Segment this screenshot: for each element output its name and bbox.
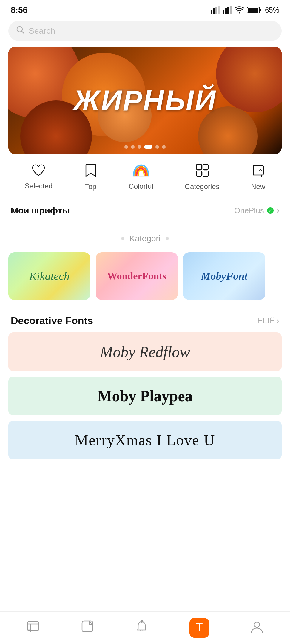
dot-2	[131, 145, 135, 149]
tab-categories[interactable]: Categories	[185, 163, 220, 191]
heart-icon	[31, 164, 46, 179]
search-bar[interactable]: Search	[8, 21, 282, 41]
profile-icon	[250, 620, 263, 636]
svg-rect-16	[196, 171, 202, 176]
font-t-icon: T	[189, 618, 209, 638]
my-fonts-right: OnePlus ✓ ›	[234, 206, 279, 215]
nav-tabs: Selected Top	[3, 154, 287, 197]
font-redflow-text: Moby Redflow	[100, 343, 190, 361]
tab-new[interactable]: New	[251, 163, 265, 191]
bottom-nav: T	[0, 611, 290, 644]
category-card-wonderfonts[interactable]: WonderFonts	[96, 252, 178, 300]
category-card-kikatech[interactable]: Kikatech	[8, 252, 90, 300]
category-card-mobyfont[interactable]: MobyFont	[183, 252, 265, 300]
dot-1	[124, 145, 128, 149]
kategori-dot-2	[166, 237, 169, 240]
bottom-nav-home[interactable]	[21, 617, 46, 639]
bell-icon	[135, 620, 148, 636]
chevron-more-icon: ›	[277, 316, 279, 325]
oneplus-label: OnePlus	[234, 206, 264, 215]
decorative-fonts-more[interactable]: ЕЩЁ ›	[257, 316, 279, 325]
svg-rect-5	[225, 8, 227, 14]
search-placeholder: Search	[29, 26, 55, 36]
kikatech-label: Kikatech	[29, 270, 70, 283]
kategori-line-right	[174, 239, 228, 239]
font-item-merrychristmas[interactable]: MerryXmas I Love U	[8, 421, 282, 459]
signal-icon	[211, 6, 220, 14]
dot-3	[138, 145, 141, 149]
svg-rect-3	[218, 6, 220, 14]
tab-top-label: Top	[85, 182, 96, 191]
kategori-dot	[121, 237, 124, 240]
home-icon	[27, 620, 40, 636]
my-fonts-label: Мои шрифты	[11, 205, 70, 216]
svg-rect-10	[260, 9, 261, 11]
svg-rect-2	[215, 7, 217, 14]
svg-rect-7	[230, 6, 232, 14]
categories-icon	[195, 163, 209, 179]
bottom-nav-sticker[interactable]	[75, 617, 100, 639]
dot-6	[162, 145, 166, 149]
status-time: 8:56	[11, 5, 27, 15]
svg-rect-17	[203, 171, 208, 176]
font-item-redflow[interactable]: Moby Redflow	[8, 332, 282, 371]
font-playpea-text: Moby Playpea	[97, 387, 192, 405]
svg-line-12	[22, 31, 24, 33]
mobyfont-label: MobyFont	[201, 270, 247, 282]
svg-rect-1	[213, 8, 215, 14]
bookmark-icon	[84, 163, 97, 179]
kategori-header: Kategori	[0, 224, 290, 249]
tab-colorful-label: Colorful	[129, 182, 153, 191]
battery-percent: 65%	[265, 6, 279, 14]
category-cards: Kikatech WonderFonts MobyFont	[0, 249, 290, 309]
kategori-line-left	[62, 239, 116, 239]
banner: ЖИРНЫЙ	[8, 47, 282, 154]
kategori-label: Kategori	[129, 234, 161, 243]
svg-rect-9	[248, 8, 258, 13]
bottom-nav-bell[interactable]	[129, 617, 154, 639]
tab-colorful[interactable]: Colorful	[129, 163, 153, 191]
tab-selected[interactable]: Selected	[25, 164, 53, 190]
font-item-playpea[interactable]: Moby Playpea	[8, 377, 282, 415]
tab-new-label: New	[251, 182, 265, 191]
banner-title: ЖИРНЫЙ	[73, 84, 217, 117]
search-icon	[16, 26, 24, 36]
svg-point-24	[254, 622, 260, 627]
dot-5	[155, 145, 159, 149]
decorative-fonts-header: Decorative Fonts ЕЩЁ ›	[0, 309, 290, 332]
svg-rect-14	[196, 164, 202, 170]
status-icons: 65%	[211, 6, 279, 14]
dot-4	[144, 145, 152, 149]
sticker-icon	[81, 620, 94, 636]
wonderfonts-label: WonderFonts	[107, 270, 166, 282]
bottom-nav-profile[interactable]	[244, 617, 269, 639]
svg-rect-15	[203, 164, 208, 170]
verified-icon: ✓	[267, 207, 274, 214]
banner-dots	[124, 145, 166, 149]
status-bar: 8:56	[0, 0, 290, 18]
font-merrychristmas-text: MerryXmas I Love U	[75, 431, 215, 449]
battery-icon	[247, 6, 262, 14]
tab-selected-label: Selected	[25, 182, 53, 190]
svg-rect-18	[28, 622, 38, 631]
chevron-right-icon: ›	[277, 206, 279, 215]
rainbow-icon	[132, 163, 150, 179]
wifi-icon	[235, 6, 244, 14]
bottom-nav-font[interactable]: T	[183, 615, 215, 641]
svg-rect-0	[211, 10, 212, 14]
my-fonts-row[interactable]: Мои шрифты OnePlus ✓ ›	[0, 197, 290, 224]
tab-categories-label: Categories	[185, 182, 220, 191]
decorative-fonts-title: Decorative Fonts	[11, 315, 93, 326]
svg-rect-4	[223, 10, 224, 14]
new-icon	[251, 163, 265, 179]
signal-icon-2	[223, 6, 232, 14]
tab-top[interactable]: Top	[84, 163, 97, 191]
svg-rect-6	[227, 7, 229, 14]
